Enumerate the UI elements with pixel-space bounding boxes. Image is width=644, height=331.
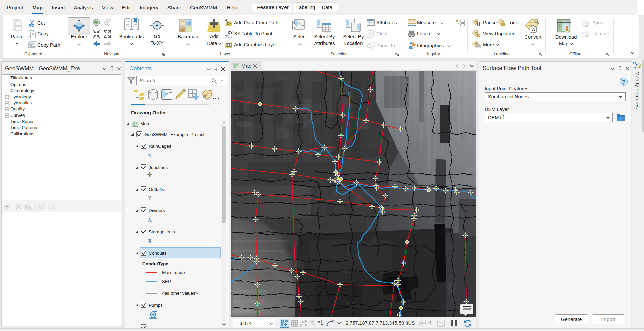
svg-text:N: N — [317, 320, 320, 324]
svg-text:XY: XY — [228, 31, 233, 35]
svg-text:A: A — [532, 27, 535, 32]
